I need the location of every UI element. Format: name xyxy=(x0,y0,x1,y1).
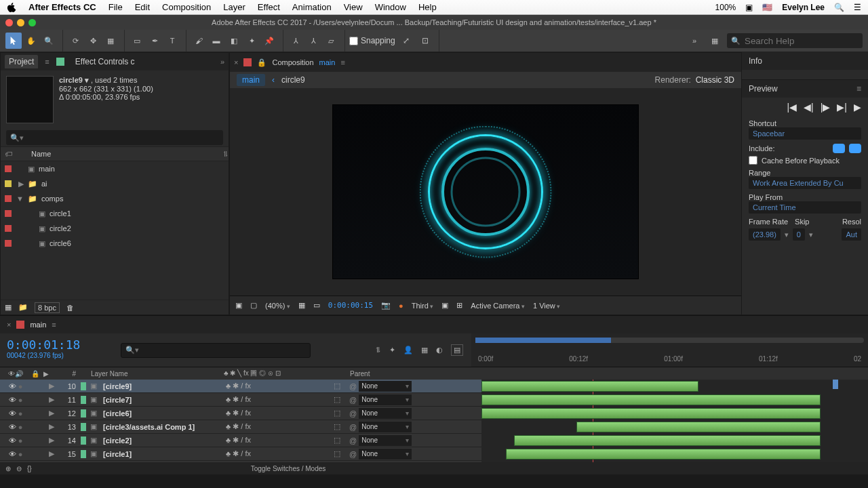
video-toggle-icon[interactable]: 👁 xyxy=(9,382,16,390)
input-flag-icon[interactable]: 🇺🇸 xyxy=(762,3,772,12)
video-toggle-icon[interactable]: 👁 xyxy=(9,409,16,418)
name-column-header[interactable]: Name xyxy=(31,150,51,158)
snap-to-edges-icon[interactable]: ⤢ xyxy=(398,33,414,49)
braces-icon[interactable]: {} xyxy=(27,465,32,472)
selected-item-name[interactable]: circle9 ▾ xyxy=(59,76,89,84)
toggle-switches-modes[interactable]: Toggle Switches / Modes xyxy=(251,465,326,472)
layer-switches[interactable]: ♣ ✱ / fx xyxy=(224,380,327,392)
layer-list[interactable]: 👁 ● ▶ 10 ▣ [circle9] ♣ ✱ / fx ⬚ @None▾ 👁… xyxy=(0,380,481,462)
label-swatch[interactable] xyxy=(5,180,12,187)
menu-layer[interactable]: Layer xyxy=(223,2,245,12)
effect-controls-tab[interactable]: Effect Controls c xyxy=(71,55,139,68)
next-frame-button[interactable]: ▶| xyxy=(837,102,847,113)
project-tab[interactable]: Project xyxy=(5,55,38,68)
3d-layer-icon[interactable]: ⬚ xyxy=(334,409,340,418)
hide-shy-icon[interactable]: 👤 xyxy=(403,346,413,354)
resolution-value[interactable]: Aut xyxy=(842,228,861,241)
roi-icon[interactable]: ▭ xyxy=(313,301,320,310)
pen-tool[interactable]: ✒ xyxy=(146,33,163,49)
layer-row[interactable]: 👁 ● ▶ 11 ▣ [circle7] ♣ ✱ / fx ⬚ @None▾ xyxy=(0,393,481,407)
draft-3d-icon[interactable]: ✦ xyxy=(389,346,395,354)
delete-icon[interactable]: 🗑 xyxy=(66,304,74,312)
unified-camera-tool[interactable]: ✥ xyxy=(85,33,101,49)
info-panel-title[interactable]: Info xyxy=(749,56,762,66)
timeline-zoom-in-icon[interactable]: ⊕ xyxy=(5,465,11,472)
solo-dot-icon[interactable]: ● xyxy=(18,450,23,458)
selection-tool[interactable] xyxy=(5,33,22,49)
flow-chart-icon[interactable]: ⥮ xyxy=(222,150,229,159)
layer-label-swatch[interactable] xyxy=(81,423,86,431)
3d-layer-icon[interactable]: ⬚ xyxy=(334,449,340,458)
layer-duration-bar[interactable] xyxy=(514,435,821,446)
channel-icon[interactable]: ● xyxy=(399,302,403,310)
layer-switches[interactable]: ♣ ✱ / fx xyxy=(224,447,327,460)
viewport[interactable] xyxy=(333,105,638,279)
transparency-grid-icon[interactable]: ▢ xyxy=(250,301,257,310)
menu-window[interactable]: Window xyxy=(375,2,406,12)
world-axis-icon[interactable]: ⅄ xyxy=(305,33,321,49)
spotlight-icon[interactable]: 🔍 xyxy=(834,3,844,12)
video-toggle-icon[interactable]: 👁 xyxy=(9,450,16,458)
range-value[interactable]: Work Area Extended By Cu xyxy=(749,177,861,189)
solo-dot-icon[interactable]: ● xyxy=(18,409,23,418)
layer-duration-bar[interactable] xyxy=(576,422,821,432)
composition-tab-label[interactable]: Composition xyxy=(272,58,313,66)
solo-dot-icon[interactable]: ● xyxy=(18,396,23,404)
view-axis-icon[interactable]: ▱ xyxy=(323,33,339,49)
menu-view[interactable]: View xyxy=(344,2,363,12)
switches-column-header[interactable]: ♣ ✱ ╲ fx 圖 ◎ ⊙ ⊡ xyxy=(224,369,327,378)
timeline-bars-area[interactable] xyxy=(481,380,868,462)
timeline-tab-name[interactable]: main xyxy=(30,321,46,329)
view-layout-dropdown[interactable]: 1 View xyxy=(533,302,560,310)
snap-to-features-icon[interactable]: ⊡ xyxy=(417,33,433,49)
snapshot-icon[interactable]: 📷 xyxy=(381,301,391,310)
3d-layer-icon[interactable]: ⬚ xyxy=(334,422,340,431)
layer-row[interactable]: 👁 ● ▶ 14 ▣ [circle2] ♣ ✱ / fx ⬚ @None▾ xyxy=(0,434,481,447)
close-tab-icon[interactable]: × xyxy=(234,58,238,66)
label-column-icon[interactable]: 🏷 xyxy=(5,150,12,158)
timeline-search[interactable]: 🔍▾ xyxy=(121,343,311,358)
user-name[interactable]: Evelyn Lee xyxy=(782,3,825,12)
apple-logo-icon[interactable] xyxy=(7,3,16,12)
grid-guide-icon[interactable]: ⊞ xyxy=(456,301,462,310)
parent-dropdown[interactable]: None▾ xyxy=(359,422,412,432)
cache-before-playback-checkbox[interactable] xyxy=(749,156,757,165)
menu-effect[interactable]: Effect xyxy=(258,2,280,12)
parent-dropdown[interactable]: None▾ xyxy=(359,394,412,405)
label-swatch[interactable] xyxy=(5,240,12,247)
menu-edit[interactable]: Edit xyxy=(135,2,150,12)
new-folder-icon[interactable]: 📁 xyxy=(18,303,28,312)
fast-previews-icon[interactable]: ▣ xyxy=(441,301,448,310)
magnification-dropdown[interactable]: (40%) xyxy=(265,302,290,310)
project-item[interactable]: ▼ 📁 comps xyxy=(1,191,229,206)
pickwhip-icon[interactable]: @ xyxy=(349,450,357,458)
video-toggle-icon[interactable]: 👁 xyxy=(9,396,16,404)
rotation-tool[interactable]: ⟳ xyxy=(67,33,83,49)
composition-viewer[interactable] xyxy=(230,88,741,296)
menu-composition[interactable]: Composition xyxy=(162,2,211,12)
motion-blur-icon[interactable]: ◐ xyxy=(436,346,443,354)
type-tool[interactable]: T xyxy=(164,33,180,49)
panel-expand-icon[interactable]: » xyxy=(220,58,224,66)
menu-file[interactable]: File xyxy=(108,2,123,12)
zoom-tool[interactable]: 🔍 xyxy=(41,33,57,49)
battery-status[interactable]: 100% xyxy=(715,3,736,12)
layer-switches[interactable]: ♣ ✱ / fx xyxy=(224,420,327,433)
comp-tab-menu-icon[interactable]: ≡ xyxy=(340,58,344,66)
video-toggle-icon[interactable]: 👁 xyxy=(9,436,16,445)
3d-layer-icon[interactable]: ⬚ xyxy=(334,436,340,445)
bpc-button[interactable]: 8 bpc xyxy=(35,302,60,313)
frame-blend-icon[interactable]: ▦ xyxy=(421,346,428,354)
parent-dropdown[interactable]: None▾ xyxy=(359,435,412,446)
search-help-input[interactable] xyxy=(745,36,859,46)
play-from-value[interactable]: Current Time xyxy=(749,201,861,214)
current-timecode[interactable]: 0:00:01:18 xyxy=(7,338,108,352)
comp-mini-flowchart-icon[interactable]: ⥮ xyxy=(375,346,381,354)
brush-tool[interactable]: 🖌 xyxy=(191,33,207,49)
play-button[interactable]: |▶ xyxy=(821,102,831,113)
hand-tool[interactable]: ✋ xyxy=(23,33,39,49)
project-search[interactable]: 🔍▾ xyxy=(6,130,223,145)
layer-switches[interactable]: ♣ ✱ / fx xyxy=(224,407,327,420)
layer-switches[interactable]: ♣ ✱ / fx xyxy=(224,434,327,447)
work-area-end-marker[interactable] xyxy=(833,380,838,389)
